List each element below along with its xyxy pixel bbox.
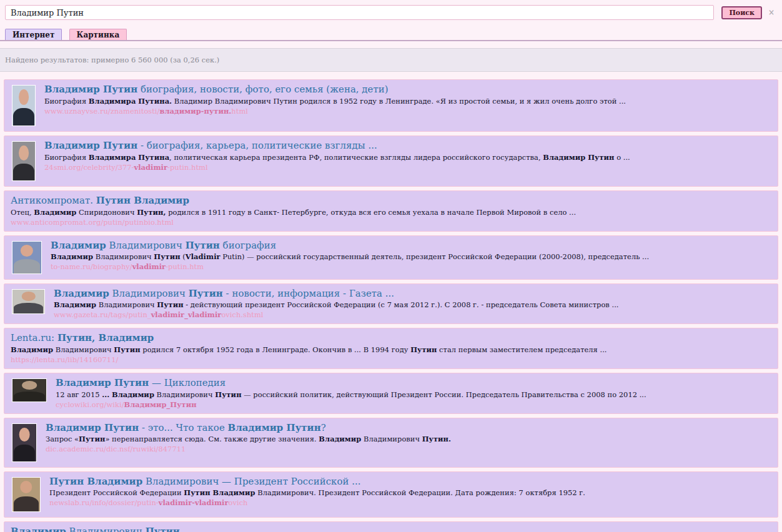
search-input[interactable]: [5, 5, 714, 20]
search-button[interactable]: Поиск: [721, 6, 762, 19]
result-card: Владимир Владимирович Путин биография Вл…: [4, 235, 778, 280]
result-snippet: Биография Владимира Путина, политическая…: [44, 153, 630, 162]
result-body: Владимир Путин — Циклопедия 12 авг 2015 …: [56, 377, 646, 410]
result-body: Антикомпромат. Путин Владимир Отец, Влад…: [11, 195, 576, 227]
result-url: to-name.ru/biography/vladimir-putin.htm: [51, 262, 649, 272]
tab-picture[interactable]: Картинка: [69, 29, 127, 40]
result-card: Владимир Путин - биография, карьера, пол…: [4, 135, 778, 187]
result-thumbnail[interactable]: [12, 289, 45, 314]
page: Поиск × Интернет Картинка Найдено резуль…: [0, 0, 782, 532]
result-body: Владимир Владимирович Путин Путин. Влади…: [11, 526, 601, 532]
result-title[interactable]: Владимир Путин - биография, карьера, пол…: [44, 140, 630, 152]
result-body: Владимир Путин - это... Что такое Владим…: [46, 422, 451, 455]
result-thumbnail[interactable]: [12, 477, 41, 512]
result-card: Владимир Путин - это... Что такое Владим…: [4, 418, 778, 468]
portrait-head-icon: [19, 428, 30, 442]
result-snippet: 12 авг 2015 ... Владимир Владимирович Пу…: [56, 390, 646, 400]
search-bar: Поиск ×: [0, 0, 782, 20]
close-icon[interactable]: ×: [768, 9, 775, 16]
result-title[interactable]: Антикомпромат. Путин Владимир: [11, 195, 576, 207]
result-snippet: Отец, Владимир Спиридонович Путин, родил…: [11, 208, 576, 217]
result-snippet: Запрос «Путин» перенаправляется сюда. См…: [46, 435, 451, 444]
portrait-suit-icon: [13, 108, 34, 126]
result-url: newslab.ru/info/dossier/putin-vladimir-v…: [49, 498, 585, 508]
portrait-suit-icon: [14, 303, 43, 313]
result-title[interactable]: Владимир Путин — Циклопедия: [56, 377, 646, 389]
result-url: cyclowiki.org/wiki/Владимир_Путин: [56, 400, 646, 410]
result-thumbnail[interactable]: [12, 378, 47, 402]
result-card: Путин Владимир Владимирович — Президент …: [4, 471, 778, 518]
portrait-suit-icon: [14, 445, 36, 461]
result-body: Владимир Путин - биография, карьера, пол…: [44, 140, 630, 172]
portrait-head-icon: [22, 381, 37, 390]
result-title[interactable]: Владимир Путин - это... Что такое Владим…: [46, 422, 451, 434]
result-card: Lenta.ru: Путин, Владимир Владимир Влади…: [4, 328, 778, 369]
result-url: www.anticompromat.org/putin/putinbio.htm…: [11, 218, 576, 227]
result-card: Владимир Владимирович Путин Путин. Влади…: [4, 521, 778, 532]
result-title[interactable]: Lenta.ru: Путин, Владимир: [11, 332, 606, 344]
result-snippet: Президент Российской Федерации Путин Вла…: [49, 488, 585, 498]
tab-bar: Интернет Картинка: [0, 28, 782, 41]
result-body: Владимир Путин биография, новости, фото,…: [44, 84, 626, 116]
portrait-head-icon: [19, 89, 29, 104]
result-thumbnail[interactable]: [12, 141, 36, 181]
result-url: dic.academic.ru/dic.nsf/ruwiki/847711: [46, 445, 451, 454]
result-title[interactable]: Владимир Владимирович Путин биография: [51, 240, 649, 252]
result-title[interactable]: Путин Владимир Владимирович — Президент …: [49, 476, 585, 488]
portrait-suit-icon: [14, 496, 39, 511]
tab-internet[interactable]: Интернет: [5, 29, 62, 40]
result-snippet: Владимир Владимирович Путин - действующи…: [54, 300, 618, 310]
portrait-suit-icon: [13, 164, 34, 180]
results-stats: Найдено результатов: примерно 6 560 000 …: [0, 48, 782, 72]
result-thumbnail[interactable]: [12, 423, 37, 462]
result-snippet: Биография Владимира Путина. Владимир Вла…: [44, 97, 626, 106]
portrait-head-icon: [19, 145, 29, 160]
results-list: Владимир Путин биография, новости, фото,…: [0, 79, 782, 532]
result-title[interactable]: Владимир Владимирович Путин: [11, 526, 601, 532]
result-url: www.uznayvse.ru/znamenitosti/владимир-пу…: [44, 107, 626, 116]
result-snippet: Владимир Владимирович Путин родился 7 ок…: [11, 345, 606, 355]
result-body: Lenta.ru: Путин, Владимир Владимир Влади…: [11, 332, 606, 365]
result-body: Путин Владимир Владимирович — Президент …: [49, 476, 585, 508]
result-url: 24smi.org/celebrity/377-vladimir-putin.h…: [44, 163, 630, 172]
result-url: https://lenta.ru/lib/14160711/: [11, 355, 606, 365]
result-body: Владимир Владимирович Путин биография Вл…: [51, 240, 649, 272]
result-thumbnail[interactable]: [12, 241, 42, 274]
result-title[interactable]: Владимир Путин биография, новости, фото,…: [44, 84, 626, 96]
result-body: Владимир Владимирович Путин - новости, и…: [54, 288, 618, 320]
result-card: Антикомпромат. Путин Владимир Отец, Влад…: [4, 190, 778, 232]
portrait-suit-icon: [14, 259, 40, 273]
result-url: www.gazeta.ru/tags/putin_vladimir_vladim…: [54, 310, 618, 320]
result-card: Владимир Владимирович Путин - новости, и…: [4, 283, 778, 325]
portrait-head-icon: [21, 292, 35, 300]
result-card: Владимир Путин биография, новости, фото,…: [4, 79, 778, 132]
portrait-head-icon: [20, 481, 32, 494]
result-snippet: Владимир Владимирович Путин (Vladimir Pu…: [51, 252, 649, 262]
portrait-suit-icon: [14, 392, 45, 401]
result-card: Владимир Путин — Циклопедия 12 авг 2015 …: [4, 373, 778, 414]
portrait-head-icon: [21, 245, 33, 257]
result-thumbnail[interactable]: [12, 85, 36, 126]
result-title[interactable]: Владимир Владимирович Путин - новости, и…: [54, 288, 618, 300]
